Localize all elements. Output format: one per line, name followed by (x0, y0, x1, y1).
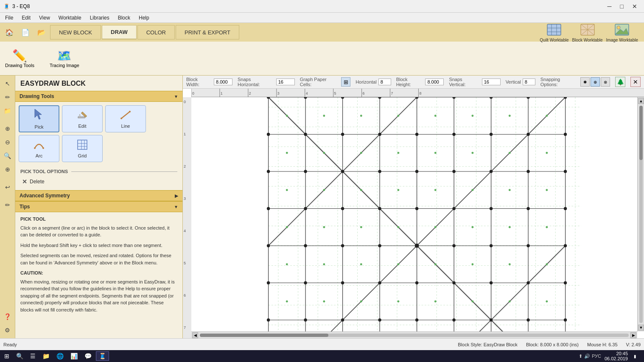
tree-icon-btn[interactable]: 🌲 (615, 77, 625, 87)
menu-view[interactable]: View (36, 14, 53, 22)
svg-point-180 (509, 152, 511, 154)
svg-point-204 (509, 263, 511, 265)
task-view-btn[interactable]: ☰ (28, 352, 38, 360)
svg-point-113 (304, 207, 307, 210)
delete-button[interactable]: ✕ Delete (20, 177, 46, 187)
svg-point-185 (397, 189, 399, 191)
eq8-btn[interactable]: 🧵 (96, 351, 109, 361)
drawing-tools-btn[interactable]: ✏️ Drawing Tools (5, 49, 34, 68)
advanced-symmetry-header[interactable]: Advanced Symmetry ▶ (15, 190, 182, 201)
menu-worktable[interactable]: Worktable (55, 14, 85, 22)
svg-point-199 (323, 263, 325, 265)
svg-point-188 (509, 189, 511, 191)
left-tool-7[interactable]: ⊕ (1, 163, 14, 176)
left-panel: EASYDRAW BLOCK Drawing Tools ▼ Pick (15, 76, 183, 338)
scroll-right-btn[interactable]: ▶ (630, 332, 636, 338)
app1-btn[interactable]: 📊 (68, 352, 80, 360)
h-scroll-thumb[interactable] (200, 334, 328, 337)
horizontal-input[interactable] (378, 79, 391, 85)
maximize-button[interactable]: □ (617, 2, 627, 11)
image-worktable-btn[interactable]: Image Worktable (606, 22, 638, 42)
drawing-tools-section-header[interactable]: Drawing Tools ▼ (15, 91, 182, 102)
minimize-button[interactable]: ─ (604, 2, 615, 11)
v-scroll-thumb[interactable] (639, 106, 643, 160)
left-tool-help[interactable]: ❓ (1, 310, 14, 323)
advanced-symmetry-label: Advanced Symmetry (20, 193, 70, 199)
scroll-up-btn[interactable]: ▲ (638, 98, 644, 104)
svg-text:5: 5 (184, 261, 186, 265)
menu-edit[interactable]: Edit (18, 14, 34, 22)
menu-file[interactable]: File (2, 14, 17, 22)
block-height-label: Block Height: (396, 77, 424, 87)
edit-tool-btn[interactable]: Edit (62, 105, 103, 132)
grid-area[interactable] (191, 97, 637, 331)
pick-tool-options: PICK TOOL OPTIONS ✕ Delete (15, 166, 182, 190)
tab-print-export[interactable]: PRINT & EXPORT (176, 25, 239, 39)
left-tool-3[interactable]: 📁 (1, 104, 14, 117)
show-desktop-btn[interactable]: ▮ (631, 353, 639, 359)
vertical-input[interactable] (523, 79, 535, 85)
snaps-v-input[interactable] (482, 79, 501, 85)
svg-point-103 (267, 170, 270, 173)
svg-point-106 (378, 170, 381, 173)
svg-point-169 (397, 115, 399, 117)
snap-2-btn[interactable]: ⊕ (591, 77, 600, 87)
left-tool-4[interactable]: ⊕ (1, 122, 14, 135)
menu-libraries[interactable]: Libraries (87, 14, 113, 22)
left-tool-settings[interactable]: ⚙ (1, 324, 14, 337)
windows-start-btn[interactable]: ⊞ (2, 352, 12, 360)
app-icon: 🧵 (3, 3, 10, 9)
svg-point-147 (564, 318, 567, 321)
snap-3-btn[interactable]: ⊗ (601, 77, 610, 87)
tab-new-block[interactable]: NEW BLOCK (50, 25, 101, 39)
svg-point-173 (546, 115, 548, 117)
extra-snap-btn[interactable]: ✕ (630, 77, 641, 87)
left-tool-6[interactable]: 🔍 (1, 149, 14, 162)
tab-draw[interactable]: DRAW (102, 25, 137, 39)
tracing-image-btn[interactable]: 🗺️ Tracing Image (50, 49, 79, 68)
svg-point-121 (267, 244, 270, 247)
snaps-h-input[interactable] (276, 79, 295, 85)
left-tool-2[interactable]: ✏ (1, 91, 14, 104)
search-btn[interactable]: 🔍 (14, 352, 26, 360)
drawing-canvas[interactable]: 0 1 2 3 4 5 6 7 8 (183, 89, 644, 338)
title-bar-controls[interactable]: ─ □ ✕ (604, 2, 641, 11)
quilt-worktable-btn[interactable]: Quilt Worktable (540, 22, 568, 42)
pick-icon (33, 108, 45, 123)
block-svg (191, 97, 637, 331)
svg-point-172 (509, 115, 511, 117)
snap-1-btn[interactable]: ✱ (580, 77, 590, 87)
block-width-input[interactable] (214, 79, 232, 85)
block-worktable-btn[interactable]: Block Worktable (572, 22, 603, 42)
tools-grid: Pick Edit (15, 102, 182, 166)
new-button[interactable]: 📄 (18, 25, 33, 40)
left-tool-8[interactable]: ↩ (1, 181, 14, 194)
pick-tool-btn[interactable]: Pick (19, 105, 59, 132)
left-tool-5[interactable]: ⊖ (1, 136, 14, 149)
home-button[interactable]: 🏠 (2, 25, 17, 40)
vertical-scrollbar[interactable]: ▲ ▼ (637, 97, 644, 331)
close-button[interactable]: ✕ (629, 2, 641, 11)
line-tool-btn[interactable]: Line (105, 105, 146, 132)
tab-color[interactable]: COLOR (137, 25, 175, 39)
chrome-btn[interactable]: 🌐 (54, 352, 66, 360)
scroll-down-btn[interactable]: ▼ (638, 325, 644, 331)
open-button[interactable]: 📂 (34, 25, 49, 40)
file-explorer-btn[interactable]: 📁 (40, 352, 52, 360)
menu-block[interactable]: Block (115, 14, 134, 22)
grid-tool-btn[interactable]: Grid (62, 135, 103, 162)
taskbar: ⊞ 🔍 ☰ 📁 🌐 📊 💬 🧵 ⬆ 🔊 РУС 20:45 06.02.2019… (0, 350, 644, 362)
svg-point-145 (490, 318, 493, 321)
menu-help[interactable]: Help (135, 14, 153, 22)
advanced-symmetry-arrow: ▶ (175, 194, 178, 198)
app2-btn[interactable]: 💬 (82, 352, 94, 360)
block-height-input[interactable] (425, 79, 444, 85)
left-tool-1[interactable]: ↖ (1, 77, 14, 90)
arc-tool-btn[interactable]: Arc (19, 135, 59, 162)
left-tool-pencil[interactable]: ✏ (1, 199, 14, 211)
pencil-icon: ✏️ (12, 49, 27, 63)
horizontal-scrollbar[interactable]: ◀ ▶ (191, 331, 637, 338)
scroll-left-btn[interactable]: ◀ (192, 332, 198, 338)
graph-paper-grid-btn[interactable]: ⊞ (341, 77, 350, 87)
tips-section-header[interactable]: Tips ▼ (15, 201, 182, 212)
